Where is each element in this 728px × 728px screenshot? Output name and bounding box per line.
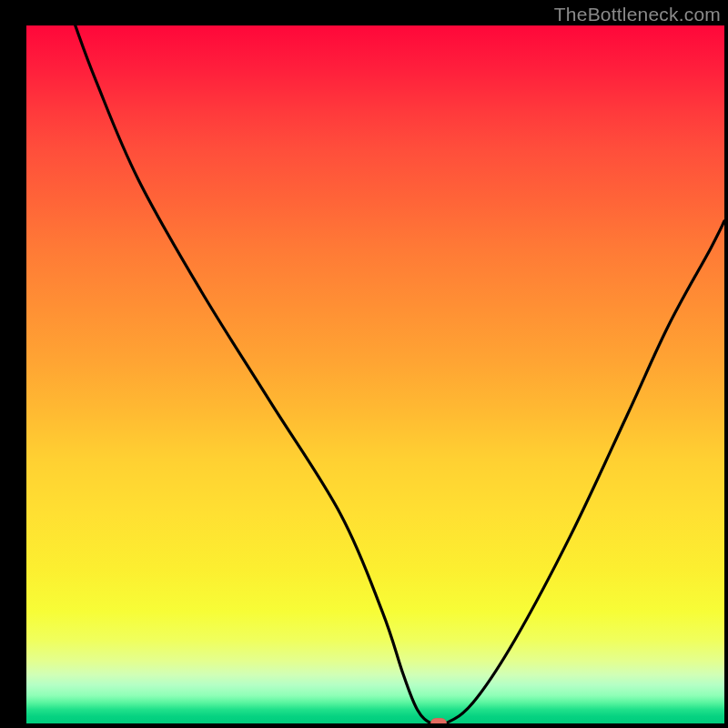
bottom-mask	[26, 723, 724, 728]
watermark-text: TheBottleneck.com	[554, 4, 721, 25]
bottleneck-curve	[26, 25, 724, 723]
chart-container: TheBottleneck.com	[0, 0, 728, 728]
plot-area	[26, 25, 724, 723]
curve-path	[76, 25, 724, 723]
